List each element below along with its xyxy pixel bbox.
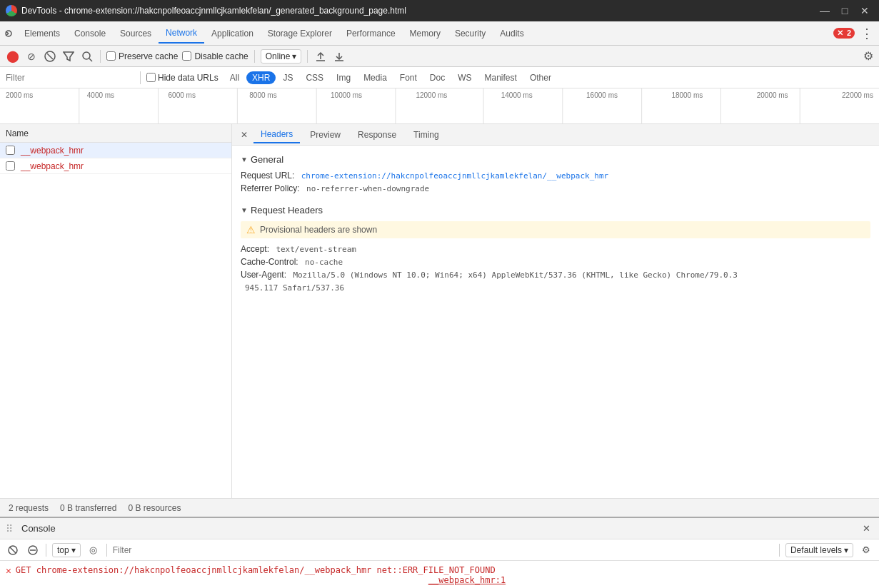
filter-tab-js[interactable]: JS [277, 71, 298, 84]
title-bar: DevTools - chrome-extension://hakcnpolfe… [0, 0, 879, 21]
preserve-cache-label: Preserve cache [119, 51, 178, 61]
user-agent-value-2: 945.117 Safari/537.36 [245, 283, 344, 293]
tab-application[interactable]: Application [204, 24, 261, 43]
devtools-tab-bar: Elements Console Sources Network Applica… [0, 21, 879, 46]
table-row[interactable]: __webpack_hmr [0, 143, 231, 158]
general-title-text: General [251, 154, 283, 165]
cache-control-key: Cache-Control: [241, 257, 298, 267]
referrer-policy-value: no-referrer-when-downgrade [306, 184, 429, 193]
filter-tab-media[interactable]: Media [358, 71, 393, 84]
tab-performance[interactable]: Performance [339, 24, 403, 43]
tab-timing[interactable]: Timing [406, 127, 446, 143]
provisional-headers-text: Provisional headers are shown [260, 225, 377, 235]
console-drag-handle[interactable]: ⠿ [6, 523, 13, 534]
toolbar2-right: ⚙ [863, 49, 873, 63]
filter-tab-font[interactable]: Font [394, 71, 423, 84]
request-list: Name __webpack_hmr __webpack_hmr [0, 124, 232, 498]
close-button[interactable]: ✕ [856, 4, 873, 17]
disable-cache-checkbox[interactable]: Disable cache [182, 51, 248, 61]
tab-storage-explorer[interactable]: Storage Explorer [261, 24, 339, 43]
filter-tab-manifest[interactable]: Manifest [479, 71, 523, 84]
online-dropdown[interactable]: Online ▾ [261, 49, 302, 64]
accept-row: Accept: text/event-stream [241, 244, 870, 254]
hide-data-urls-checkbox[interactable]: Hide data URLs [146, 73, 219, 83]
maximize-button[interactable]: □ [836, 4, 853, 17]
console-filter-input[interactable] [113, 545, 773, 555]
console-close-icon[interactable]: ✕ [859, 522, 873, 536]
filter-tab-css[interactable]: CSS [300, 71, 329, 84]
timeline: 2000 ms 4000 ms 6000 ms 8000 ms 10000 ms… [0, 88, 879, 124]
console-top-dropdown[interactable]: top ▾ [52, 543, 81, 557]
download-button[interactable] [332, 49, 346, 64]
settings-icon[interactable]: ⚙ [863, 50, 873, 62]
svg-line-4 [47, 54, 53, 59]
stop-button[interactable]: ⊘ [24, 49, 39, 64]
tab-network[interactable]: Network [159, 24, 204, 44]
window-title: DevTools - chrome-extension://hakcnpolfe… [21, 6, 816, 16]
referrer-policy-key: Referrer Policy: [241, 183, 300, 193]
tab-elements[interactable]: Elements [17, 24, 67, 43]
console-header-right: ✕ [859, 522, 873, 536]
upload-button[interactable] [313, 49, 328, 64]
console-error-link[interactable]: __webpack_hmr:1 [428, 575, 506, 585]
request-headers-title-text: Request Headers [251, 205, 323, 216]
filter-tab-all[interactable]: All [224, 71, 245, 84]
filter-tab-img[interactable]: Img [331, 71, 356, 84]
request-checkbox-2[interactable] [6, 161, 15, 171]
chrome-logo [6, 5, 17, 16]
request-headers-arrow-icon: ▼ [241, 206, 248, 214]
svg-marker-5 [64, 52, 74, 61]
clear-button[interactable] [43, 49, 57, 64]
online-chevron-icon: ▾ [292, 51, 296, 61]
user-agent-row: User-Agent: Mozilla/5.0 (Windows NT 10.0… [241, 270, 870, 280]
more-button[interactable]: ⋮ [858, 26, 876, 41]
request-url-row: Request URL: chrome-extension://hakcnpol… [241, 171, 870, 181]
request-checkbox-1[interactable] [6, 146, 15, 155]
general-section-title[interactable]: ▼ General [241, 154, 870, 165]
filter-tab-xhr[interactable]: XHR [246, 71, 276, 84]
preserve-cache-input[interactable] [106, 51, 116, 61]
svg-line-7 [89, 59, 92, 61]
tab-response[interactable]: Response [351, 127, 403, 143]
request-headers-section-title[interactable]: ▼ Request Headers [241, 205, 870, 216]
general-arrow-icon: ▼ [241, 156, 248, 163]
minimize-button[interactable]: — [816, 4, 833, 17]
back-pointer[interactable] [3, 26, 17, 41]
console-top-chevron-icon: ▾ [71, 545, 76, 555]
record-button[interactable]: ⬤ [6, 49, 20, 64]
filter-tab-other[interactable]: Other [524, 71, 557, 84]
table-row[interactable]: __webpack_hmr [0, 158, 231, 174]
error-circle-icon: ✕ [6, 565, 11, 576]
close-detail-button[interactable]: ✕ [238, 128, 251, 141]
console-error-row[interactable]: ✕ GET chrome-extension://hakcnpolfeoaccj… [6, 564, 873, 587]
console-error-message: GET chrome-extension://hakcnpolfeoaccjnm… [16, 565, 496, 575]
tab-preview[interactable]: Preview [303, 127, 348, 143]
console-settings-icon[interactable]: ⚙ [859, 543, 873, 557]
tab-sources[interactable]: Sources [113, 24, 159, 43]
console-default-levels-dropdown[interactable]: Default levels ▾ [785, 543, 853, 557]
console-separator-3 [779, 544, 780, 557]
console-title: Console [21, 523, 56, 534]
tab-headers[interactable]: Headers [253, 126, 300, 143]
search-icon[interactable] [80, 49, 94, 64]
filter-icon[interactable] [61, 49, 76, 64]
error-badge[interactable]: ✕ 2 [833, 28, 855, 39]
request-headers-section: ▼ Request Headers ⚠ Provisional headers … [241, 205, 870, 293]
tab-memory[interactable]: Memory [403, 24, 448, 43]
tab-security[interactable]: Security [448, 24, 493, 43]
filter-input[interactable] [6, 73, 134, 83]
tab-console[interactable]: Console [67, 24, 113, 43]
preserve-cache-checkbox[interactable]: Preserve cache [106, 51, 178, 61]
hide-data-urls-input[interactable] [146, 73, 156, 82]
request-list-name-header: Name [6, 128, 29, 138]
disable-cache-input[interactable] [182, 51, 191, 61]
tab-audits[interactable]: Audits [493, 24, 531, 43]
console-eye-icon[interactable]: ◎ [86, 543, 101, 557]
console-clear-icon[interactable] [6, 543, 20, 557]
error-count: 2 [847, 29, 851, 37]
accept-key: Accept: [241, 244, 269, 254]
general-section: ▼ General Request URL: chrome-extension:… [241, 154, 870, 193]
filter-tab-doc[interactable]: Doc [424, 71, 451, 84]
filter-tab-ws[interactable]: WS [452, 71, 477, 84]
console-stop-icon[interactable] [26, 543, 40, 557]
